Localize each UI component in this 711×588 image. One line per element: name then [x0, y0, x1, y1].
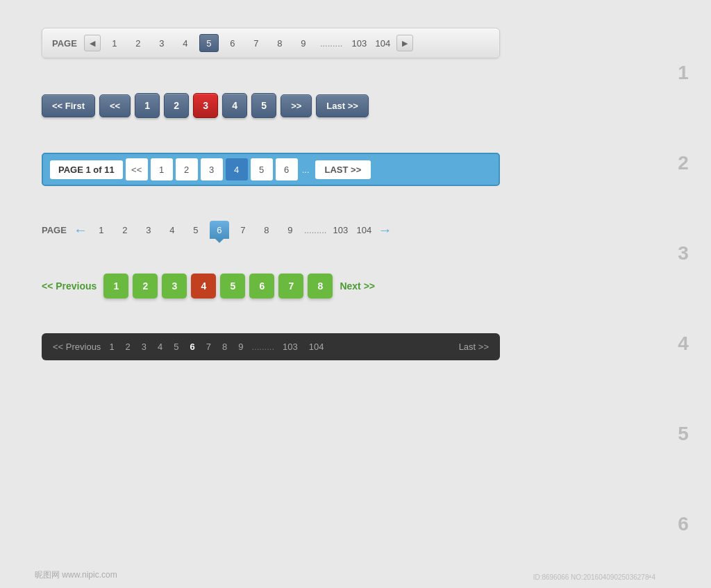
pag6-page-8[interactable]: 8: [219, 340, 230, 353]
pagination-2: << First << 1 2 3 4 5 >> Last >>: [42, 93, 614, 118]
pag4-page-8[interactable]: 8: [257, 221, 276, 239]
pagination-4: PAGE ← 1 2 3 4 5 6 7 8 9 ......... 103 1…: [42, 221, 614, 239]
pag3-page-1[interactable]: 1: [151, 158, 173, 180]
pag6-page-4[interactable]: 4: [155, 340, 165, 353]
pag1-ellipsis: .........: [317, 38, 346, 49]
pag2-page-5[interactable]: 5: [251, 93, 276, 118]
pag1-page-1[interactable]: 1: [105, 34, 124, 52]
pag6-page-7[interactable]: 7: [203, 340, 214, 353]
pag6-page-1[interactable]: 1: [106, 340, 117, 353]
pag1-page-9[interactable]: 9: [294, 34, 313, 52]
side-num-1: 1: [669, 28, 697, 118]
pagination-3: PAGE 1 of 11 << 1 2 3 4 5 6 ... LAST >>: [42, 153, 500, 186]
pag2-prev-btn[interactable]: <<: [99, 94, 131, 117]
pag2-page-1[interactable]: 1: [135, 93, 160, 118]
pag5-next-btn[interactable]: Next >>: [340, 280, 375, 292]
pag3-page-3[interactable]: 3: [201, 158, 223, 180]
side-numbers: 1 2 3 4 5 6: [655, 0, 711, 588]
pag2-page-2[interactable]: 2: [164, 93, 189, 118]
nipic-id: ID:8696066 NO:20160409025036278⁴4: [533, 573, 655, 581]
pag2-first-btn[interactable]: << First: [42, 94, 95, 117]
pag3-page-5[interactable]: 5: [251, 158, 273, 180]
pag5-page-1[interactable]: 1: [103, 274, 128, 299]
pag6-last-btn[interactable]: Last >>: [459, 342, 489, 352]
pag2-page-4[interactable]: 4: [222, 93, 247, 118]
pagination-1: PAGE ◀ 1 2 3 4 5 6 7 8 9 ......... 103 1…: [42, 28, 500, 58]
pag5-page-6[interactable]: 6: [249, 274, 274, 299]
pag4-prev-arrow[interactable]: ←: [74, 222, 87, 238]
side-num-6: 6: [669, 479, 697, 569]
pag1-page-3[interactable]: 3: [152, 34, 172, 52]
pag6-page-6[interactable]: 6: [187, 340, 198, 353]
pag4-label: PAGE: [42, 225, 67, 235]
pag1-prev-arrow[interactable]: ◀: [84, 35, 101, 51]
pag1-page-2[interactable]: 2: [128, 34, 148, 52]
pag3-prev-btn[interactable]: <<: [126, 158, 148, 180]
pag1-page-103[interactable]: 103: [349, 34, 369, 52]
side-num-2: 2: [669, 118, 697, 208]
pag1-page-4[interactable]: 4: [176, 34, 195, 52]
pag1-page-8[interactable]: 8: [270, 34, 290, 52]
pag6-page-2[interactable]: 2: [123, 340, 133, 353]
pag5-page-3[interactable]: 3: [162, 274, 187, 299]
pag4-next-arrow[interactable]: →: [378, 222, 392, 238]
pag5-page-4[interactable]: 4: [191, 274, 216, 299]
pag5-page-7[interactable]: 7: [278, 274, 303, 299]
watermark: 昵图网 www.nipic.com: [35, 569, 117, 581]
pagination-5: << Previous 1 2 3 4 5 6 7 8 Next >>: [42, 274, 614, 299]
pag5-page-5[interactable]: 5: [220, 274, 245, 299]
pag1-page-7[interactable]: 7: [246, 34, 266, 52]
pag3-page-4[interactable]: 4: [226, 158, 248, 180]
pag5-prev-btn[interactable]: << Previous: [42, 280, 97, 292]
pagination-6: << Previous 1 2 3 4 5 6 7 8 9 ......... …: [42, 333, 500, 360]
pag4-ellipsis: .........: [304, 225, 327, 235]
pag2-last-btn[interactable]: Last >>: [316, 94, 369, 117]
pag4-page-3[interactable]: 3: [139, 221, 158, 239]
pag4-page-104[interactable]: 104: [354, 221, 374, 239]
pag4-page-4[interactable]: 4: [162, 221, 182, 239]
pag2-page-3[interactable]: 3: [193, 93, 218, 118]
pag5-page-2[interactable]: 2: [133, 274, 158, 299]
side-num-5: 5: [669, 389, 697, 479]
side-num-3: 3: [669, 208, 697, 299]
pag4-page-2[interactable]: 2: [115, 221, 135, 239]
pag1-next-arrow[interactable]: ▶: [396, 35, 413, 51]
pag4-page-6[interactable]: 6: [210, 221, 229, 239]
side-num-4: 4: [669, 299, 697, 389]
pag3-page-2[interactable]: 2: [176, 158, 198, 180]
pag6-prev-btn[interactable]: << Previous: [53, 342, 101, 352]
pag1-page-5[interactable]: 5: [199, 34, 219, 52]
pag4-page-1[interactable]: 1: [92, 221, 111, 239]
pag6-page-9[interactable]: 9: [235, 340, 246, 353]
pag4-page-7[interactable]: 7: [233, 221, 253, 239]
pag2-next-btn[interactable]: >>: [281, 94, 312, 117]
pag4-page-9[interactable]: 9: [281, 221, 300, 239]
pag6-page-103[interactable]: 103: [280, 340, 301, 353]
pag1-page-104[interactable]: 104: [373, 34, 392, 52]
pag6-page-3[interactable]: 3: [139, 340, 149, 353]
pag3-last-btn[interactable]: LAST >>: [315, 160, 371, 179]
pag6-page-5[interactable]: 5: [171, 340, 181, 353]
pag6-ellipsis: .........: [251, 342, 274, 352]
pag3-page-6[interactable]: 6: [276, 158, 298, 180]
pag3-label: PAGE 1 of 11: [50, 160, 123, 179]
pag4-page-5[interactable]: 5: [186, 221, 206, 239]
pag1-page-6[interactable]: 6: [223, 34, 242, 52]
pag3-ellipsis: ...: [301, 165, 311, 175]
pag5-page-8[interactable]: 8: [308, 274, 333, 299]
pag4-page-103[interactable]: 103: [331, 221, 350, 239]
pag6-page-104[interactable]: 104: [306, 340, 327, 353]
pag1-label: PAGE: [52, 38, 77, 49]
